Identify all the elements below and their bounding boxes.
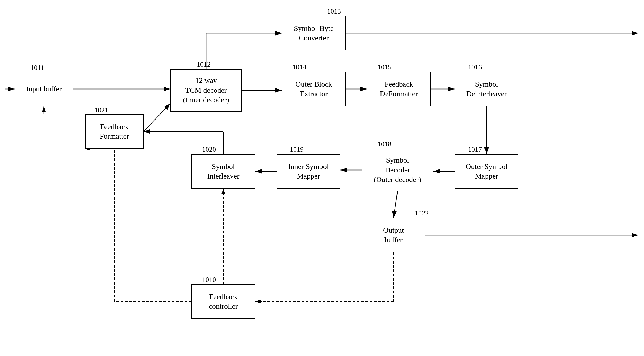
symbol-interleaver-label: SymbolInterleaver [207,162,239,181]
output-buffer-num: 1022 [415,209,429,217]
input-buffer-num: 1011 [31,64,44,72]
symbol-deinterleaver-label: SymbolDeinterleaver [466,79,507,99]
feedback-formatter-block: FeedbackFormatter [85,114,144,149]
inner-symbol-mapper-label: Inner SymbolMapper [288,162,329,181]
symbol-interleaver-block: SymbolInterleaver [191,154,255,189]
feedback-deformatter-num: 1015 [378,63,391,71]
tcm-decoder-label: 12 wayTCM decoder(Inner decoder) [183,76,229,105]
inner-symbol-mapper-num: 1019 [290,146,304,154]
symbol-deinterleaver-num: 1016 [468,63,482,71]
input-buffer-label: Input buffer [26,84,62,94]
outer-symbol-mapper-label: Outer SymbolMapper [466,162,508,181]
symbol-decoder-num: 1018 [378,140,391,148]
outer-symbol-mapper-num: 1017 [468,146,482,154]
feedback-deformatter-block: FeedbackDeFormatter [367,72,431,106]
output-buffer-block: Outputbuffer [362,218,425,252]
outer-symbol-mapper-block: Outer SymbolMapper [455,154,518,189]
tcm-decoder-num: 1012 [197,61,211,69]
svg-line-16 [394,191,398,218]
tcm-decoder-block: 12 wayTCM decoder(Inner decoder) [170,69,242,112]
symbol-decoder-block: SymbolDecoder(Outer decoder) [362,149,433,191]
symbol-interleaver-num: 1020 [202,146,216,154]
symbol-byte-num: 1013 [327,7,341,15]
outer-block-extractor-block: Outer BlockExtractor [282,72,346,106]
feedback-formatter-label: FeedbackFormatter [100,122,129,141]
feedback-controller-num: 1010 [202,276,216,284]
feedback-formatter-num: 1021 [94,106,108,114]
feedback-controller-block: Feedbackcontroller [191,284,255,319]
symbol-deinterleaver-block: SymbolDeinterleaver [455,72,518,106]
svg-line-3 [144,104,170,132]
output-buffer-label: Outputbuffer [383,226,404,245]
symbol-byte-block: Symbol-ByteConverter [282,16,346,50]
symbol-decoder-label: SymbolDecoder(Outer decoder) [374,155,421,184]
feedback-deformatter-label: FeedbackDeFormatter [380,79,418,99]
symbol-byte-label: Symbol-ByteConverter [294,24,333,43]
inner-symbol-mapper-block: Inner SymbolMapper [277,154,340,189]
outer-block-extractor-num: 1014 [292,63,306,71]
feedback-controller-label: Feedbackcontroller [209,292,238,311]
diagram: Input buffer 1011 FeedbackFormatter 1021… [0,0,644,356]
input-buffer-block: Input buffer [15,72,73,106]
outer-block-extractor-label: Outer BlockExtractor [295,79,332,99]
